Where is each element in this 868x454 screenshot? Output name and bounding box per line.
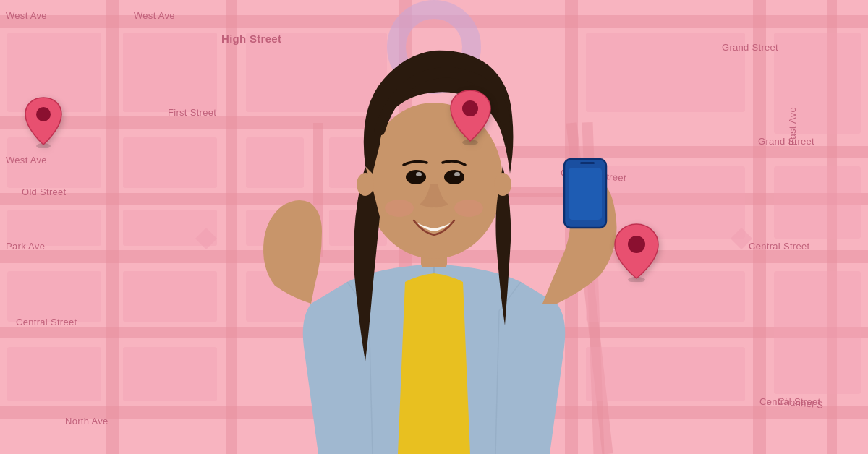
- person-svg: [231, 0, 637, 454]
- svg-point-50: [628, 236, 645, 253]
- svg-point-46: [36, 107, 51, 121]
- scene: West Ave High Street West Ave Old Street…: [0, 0, 868, 454]
- svg-point-62: [454, 172, 460, 176]
- svg-point-61: [416, 172, 422, 176]
- svg-point-65: [357, 173, 374, 196]
- svg-point-59: [406, 170, 426, 184]
- svg-point-60: [444, 170, 464, 184]
- svg-rect-55: [569, 168, 602, 220]
- map-pin-1: [22, 94, 65, 151]
- svg-point-64: [454, 200, 483, 217]
- svg-point-48: [462, 100, 478, 116]
- svg-point-63: [385, 200, 414, 217]
- map-pin-2: [447, 87, 494, 147]
- svg-rect-56: [580, 162, 595, 164]
- person-container: [0, 0, 868, 454]
- svg-point-66: [494, 173, 511, 196]
- map-pin-3: [611, 220, 662, 285]
